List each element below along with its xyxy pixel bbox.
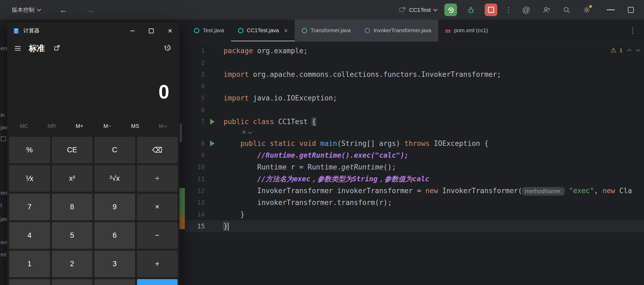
calc-minimize-button[interactable] (123, 23, 142, 39)
project-tree-item-fragment[interactable]: t (1, 202, 2, 208)
project-tree-item-fragment[interactable]: ore (1, 239, 7, 246)
line-number: 7 (185, 116, 207, 128)
inspections-widget[interactable]: ⚠ 1 (610, 46, 640, 54)
project-tree-item-fragment[interactable]: java (1, 124, 7, 131)
calc-key-0[interactable]: 0 (52, 279, 93, 285)
project-tree-item-fragment[interactable]: in (1, 112, 5, 118)
calc-key-4[interactable]: 4 (9, 222, 50, 249)
prev-problem-icon[interactable] (627, 49, 632, 53)
gutter-slot (207, 208, 224, 220)
code-with-me-button[interactable] (540, 3, 553, 16)
calculator-keypad: %CEC⌫⅟xx²²√x÷789×456−123+±0.= (9, 136, 178, 285)
tab-options-button[interactable]: ⋮ (629, 26, 636, 35)
calc-key-CE[interactable]: CE (52, 136, 93, 164)
more-actions-button[interactable]: ⋮ (505, 5, 512, 14)
memory-button-MR[interactable]: MR (38, 120, 66, 132)
warning-count: 1 (620, 47, 623, 53)
code-text: //Runtime.getRuntime().exec("calc"); (224, 149, 409, 161)
bug-icon (467, 6, 475, 14)
code-line-2: 2 (185, 57, 644, 68)
calc-key-C[interactable]: C (94, 136, 135, 164)
ide-titlebar: 版本控制 ← → CC1Test (0, 0, 644, 20)
calc-key-2[interactable]: 2 (52, 250, 93, 277)
calc-key-+[interactable]: + (137, 250, 178, 277)
stop-button[interactable] (485, 3, 497, 16)
project-tree-item-fragment[interactable]: ers (1, 45, 7, 52)
code-area[interactable]: 1package org.example;23import org.apache… (185, 42, 644, 285)
minimize-button[interactable] (604, 3, 617, 16)
project-tree-item-fragment[interactable]: res (1, 190, 7, 196)
calc-key-±[interactable]: ± (9, 279, 50, 285)
calc-key-²√x[interactable]: ²√x (94, 165, 135, 192)
ai-assistant-button[interactable]: @ (520, 3, 533, 16)
memory-button-MS[interactable]: MS (121, 120, 149, 132)
chevron-down-icon (164, 124, 167, 128)
tab-label: Transformer.java (311, 27, 351, 34)
calc-key-8[interactable]: 8 (52, 193, 93, 221)
line-number: 9 (185, 149, 207, 161)
keep-on-top-icon[interactable] (53, 44, 60, 52)
tab-label: pom.xml (cc1) (454, 27, 488, 34)
tab-Transformer.java[interactable]: Transformer.java (295, 20, 358, 41)
calc-key-÷[interactable]: ÷ (137, 165, 178, 192)
debug-button[interactable] (465, 3, 477, 16)
tab-InvokerTransformer.java[interactable]: InvokerTransformer.java (358, 20, 438, 41)
line-number: 1 (185, 45, 207, 57)
code-line-6: 6 (185, 104, 644, 116)
menu-icon[interactable] (15, 46, 21, 50)
calc-key-=[interactable]: = (137, 279, 178, 285)
calc-key-9[interactable]: 9 (94, 193, 135, 221)
back-button[interactable]: ← (59, 5, 67, 15)
code-vision-inlay[interactable] (185, 128, 644, 138)
project-tree-item-fragment[interactable]: java (1, 216, 7, 222)
close-tab-icon[interactable]: × (284, 27, 288, 34)
code-text: invokerTransformer.transform(r); (224, 197, 392, 208)
vcs-widget[interactable]: 版本控制 (12, 6, 41, 14)
code-text: public static void main(String[] args) t… (224, 138, 488, 149)
next-problem-icon[interactable] (636, 48, 641, 52)
memory-button-M+[interactable]: M+ (66, 120, 93, 132)
calc-key-−[interactable]: − (137, 222, 178, 249)
maximize-button[interactable] (624, 3, 637, 16)
project-tree-item-fragment[interactable]: ml (1, 252, 6, 258)
tab-CC1Test.java[interactable]: CC1Test.java× (231, 20, 295, 41)
memory-button-M−[interactable]: M− (93, 120, 121, 132)
tab-Test.java[interactable]: Test.java (187, 20, 231, 41)
calculator-titlebar[interactable]: 计算器 × (7, 23, 179, 39)
editor-panel: Test.javaCC1Test.java×Transformer.javaIn… (185, 20, 644, 285)
calc-key-×[interactable]: × (137, 193, 178, 221)
line-number: 2 (185, 57, 207, 68)
calc-close-button[interactable]: × (161, 23, 179, 39)
calc-key-⅟x[interactable]: ⅟x (9, 165, 50, 192)
forward-button[interactable]: → (86, 5, 94, 15)
memory-button-MC[interactable]: MC (10, 120, 38, 132)
search-everywhere-button[interactable] (560, 3, 573, 16)
calc-key-⌫[interactable]: ⌫ (137, 136, 178, 164)
history-icon[interactable] (164, 44, 171, 53)
code-line-5: 5import java.io.IOException; (185, 92, 644, 104)
gutter-slot (207, 149, 224, 161)
gutter-slot (207, 220, 224, 232)
gutter-slot (207, 80, 224, 92)
calc-key-3[interactable]: 3 (94, 250, 135, 277)
calc-key-x²[interactable]: x² (52, 165, 93, 192)
calc-key-1[interactable]: 1 (9, 250, 50, 277)
calc-key-.[interactable]: . (94, 279, 135, 285)
code-text: } (224, 220, 229, 232)
settings-button[interactable] (580, 3, 593, 16)
run-configuration-selector[interactable]: CC1Test (399, 6, 437, 13)
calc-key-7[interactable]: 7 (9, 193, 50, 221)
calc-key-5[interactable]: 5 (52, 222, 93, 249)
calc-key-6[interactable]: 6 (94, 222, 135, 249)
scrollbar-thumb[interactable] (180, 123, 182, 142)
line-number: 3 (185, 68, 207, 80)
calc-key-%[interactable]: % (9, 136, 50, 164)
run-gutter-icon[interactable] (207, 138, 224, 149)
tab-label: Test.java (203, 27, 224, 34)
gutter-slot (207, 57, 224, 68)
rerun-button[interactable] (444, 3, 457, 16)
memory-button-M[interactable]: M (149, 120, 177, 132)
calc-maximize-button[interactable] (142, 23, 161, 39)
run-gutter-icon[interactable] (207, 116, 224, 128)
tab-pom.xml (cc1)[interactable]: mpom.xml (cc1) (438, 20, 495, 41)
